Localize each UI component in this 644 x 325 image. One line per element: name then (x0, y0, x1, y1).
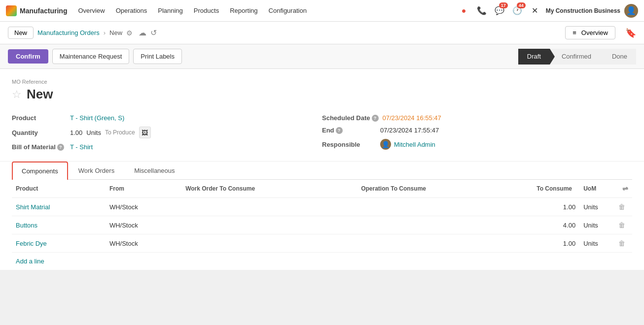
row2-consume: 4.00 (533, 216, 579, 234)
tab-work-orders[interactable]: Work Orders (69, 162, 124, 180)
add-line-button[interactable]: Add a line (12, 253, 632, 270)
row3-from: WH/Stock (106, 234, 181, 253)
phone-icon-btn[interactable]: 📞 (475, 4, 489, 18)
scheduled-date-value[interactable]: 07/23/2024 16:55:47 (383, 114, 441, 122)
logo-icon (6, 5, 17, 16)
confirm-button[interactable]: Confirm (8, 49, 48, 64)
chat-icon-btn[interactable]: 💬 17 (493, 4, 506, 18)
nav-reporting[interactable]: Reporting (225, 4, 262, 17)
col-header-from: From (106, 180, 181, 198)
quantity-field-row: Quantity 1.00 Units To Produce 🖼 (12, 124, 322, 141)
print-labels-button[interactable]: Print Labels (133, 49, 182, 64)
favorite-star-icon[interactable]: ☆ (12, 88, 22, 101)
row2-delete[interactable]: 🗑 (614, 216, 632, 234)
product-value[interactable]: T - Shirt (Green, S) (70, 114, 124, 122)
row3-operation (357, 234, 533, 253)
quantity-row: 1.00 Units To Produce 🖼 (70, 127, 151, 138)
row1-product[interactable]: Shirt Matrial (12, 198, 106, 216)
to-produce-label: To Produce (105, 129, 135, 136)
nav-configuration[interactable]: Configuration (264, 4, 312, 17)
responsible-value[interactable]: Mitchell Admin (394, 141, 435, 148)
bom-value[interactable]: T - Shirt (70, 143, 93, 151)
cloud-icon[interactable]: ☁ (139, 28, 146, 37)
user-avatar[interactable]: 👤 (624, 4, 638, 18)
form-fields-grid: Product T - Shirt (Green, S) Quantity 1.… (12, 112, 632, 153)
bom-field-row: Bill of Material ? T - Shirt (12, 141, 322, 153)
chat-badge: 17 (499, 2, 508, 8)
table-section: Product From Work Order To Consume Opera… (0, 180, 644, 270)
breadcrumb-bar: New Manufacturing Orders › New ⚙ ☁ ↺ ≡ O… (0, 22, 644, 44)
table-row: Febric Dye WH/Stock 1.00 Units 🗑 (12, 234, 632, 253)
row1-workorder (181, 198, 357, 216)
bom-label: Bill of Material ? (12, 143, 66, 151)
end-help-icon[interactable]: ? (336, 127, 343, 134)
bom-help-icon[interactable]: ? (57, 144, 64, 151)
responsible-avatar: 👤 (380, 139, 391, 150)
row2-uom: Units (579, 216, 614, 234)
row1-consume: 1.00 (533, 198, 579, 216)
app-logo[interactable]: Manufacturing (6, 5, 67, 16)
row3-product[interactable]: Febric Dye (12, 234, 106, 253)
fields-right: Scheduled Date ? 07/23/2024 16:55:47 End… (322, 112, 632, 153)
app-name: Manufacturing (20, 7, 67, 15)
nav-operations[interactable]: Operations (111, 4, 152, 17)
row2-from: WH/Stock (106, 216, 181, 234)
table-header-row: Product From Work Order To Consume Opera… (12, 180, 632, 198)
col-header-action: ⇌ (614, 180, 632, 198)
scheduled-date-field-row: Scheduled Date ? 07/23/2024 16:55:47 (322, 112, 632, 124)
col-header-operation: Operation To Consume (357, 180, 533, 198)
end-date-value[interactable]: 07/23/2024 17:55:47 (380, 127, 439, 134)
breadcrumb-separator: › (104, 29, 106, 36)
table-row: Shirt Matrial WH/Stock 1.00 Units 🗑 (12, 198, 632, 216)
breadcrumb-parent[interactable]: Manufacturing Orders (37, 29, 100, 36)
nav-overview[interactable]: Overview (73, 4, 109, 17)
row3-consume: 1.00 (533, 234, 579, 253)
tab-miscellaneous[interactable]: Miscellaneous (125, 162, 184, 180)
row1-from: WH/Stock (106, 198, 181, 216)
row3-delete[interactable]: 🗑 (614, 234, 632, 253)
main-form: MO Reference ☆ New Product T - Shirt (Gr… (0, 69, 644, 162)
tab-components[interactable]: Components (12, 162, 68, 180)
responsible-field-row: Responsible 👤 Mitchell Admin (322, 136, 632, 152)
mo-reference-label: MO Reference (12, 79, 632, 85)
overview-icon: ≡ (572, 29, 576, 36)
maintenance-request-button[interactable]: Maintenance Request (52, 49, 129, 64)
row3-workorder (181, 234, 357, 253)
sort-icon[interactable]: ⇌ (622, 185, 628, 193)
row2-product[interactable]: Buttons (12, 216, 106, 234)
status-dot-btn[interactable]: ● (457, 4, 471, 18)
tabs-header: Components Work Orders Miscellaneous (12, 162, 632, 180)
status-done[interactable]: Done (600, 49, 636, 65)
mo-name: New (27, 87, 53, 102)
nav-products[interactable]: Products (189, 4, 224, 17)
end-date-field-row: End ? 07/23/2024 17:55:47 (322, 124, 632, 136)
camera-icon[interactable]: 🖼 (139, 127, 151, 138)
undo-icon[interactable]: ↺ (150, 28, 157, 37)
new-button[interactable]: New (8, 27, 34, 39)
action-bar: Confirm Maintenance Request Print Labels… (0, 44, 644, 69)
status-confirmed[interactable]: Confirmed (550, 49, 600, 65)
col-header-workorder: Work Order To Consume (181, 180, 357, 198)
delete-icon: 🗑 (618, 203, 625, 211)
col-header-product: Product (12, 180, 106, 198)
bookmark-icon[interactable]: 🔖 (625, 28, 636, 38)
scheduled-date-help-icon[interactable]: ? (372, 115, 379, 122)
row1-delete[interactable]: 🗑 (614, 198, 632, 216)
notification-btn[interactable]: 🕐 44 (510, 4, 524, 18)
quantity-value[interactable]: 1.00 (70, 129, 82, 136)
col-header-consume: To Consume (533, 180, 579, 198)
gear-icon[interactable]: ⚙ (126, 29, 133, 37)
company-name: My Construction Business (546, 7, 620, 14)
status-draft[interactable]: Draft (518, 49, 550, 65)
settings-icon-btn[interactable]: ✕ (528, 4, 542, 18)
row2-operation (357, 216, 533, 234)
notif-badge: 44 (517, 2, 526, 8)
overview-label: Overview (581, 29, 608, 36)
nav-right-section: ● 📞 💬 17 🕐 44 ✕ My Construction Business… (457, 4, 638, 18)
col-header-uom: UoM (579, 180, 614, 198)
row2-workorder (181, 216, 357, 234)
overview-button[interactable]: ≡ Overview (565, 26, 615, 39)
fields-left: Product T - Shirt (Green, S) Quantity 1.… (12, 112, 322, 153)
responsible-row: 👤 Mitchell Admin (380, 139, 435, 150)
nav-planning[interactable]: Planning (153, 4, 188, 17)
